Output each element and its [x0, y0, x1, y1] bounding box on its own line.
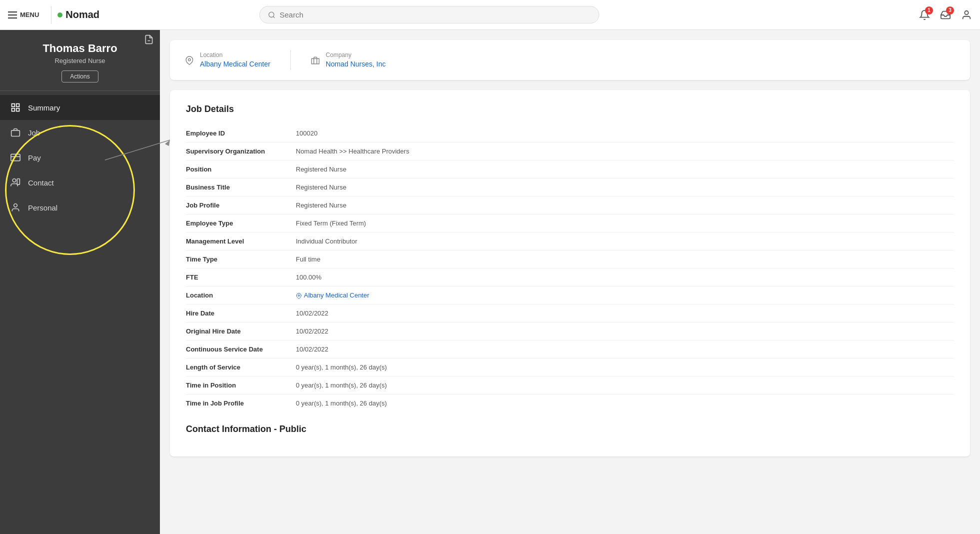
search-icon — [268, 11, 275, 19]
location-divider — [290, 50, 291, 70]
detail-label: Position — [186, 166, 296, 173]
detail-value: Registered Nurse — [296, 184, 954, 191]
detail-row: Employee ID100020 — [186, 124, 954, 142]
company-label: Company — [326, 52, 386, 58]
inbox-button[interactable]: 3 — [940, 10, 951, 20]
logo-text: Nomad — [65, 9, 99, 20]
sidebar-item-job[interactable]: Job — [0, 120, 160, 145]
main-layout: Thomas Barro Registered Nurse Actions Su… — [0, 30, 980, 534]
detail-value: Registered Nurse — [296, 166, 954, 173]
sidebar-item-pay[interactable]: Pay — [0, 145, 160, 170]
detail-rows: Employee ID100020Supervisory Organizatio… — [186, 124, 954, 412]
detail-value: 100.00% — [296, 274, 954, 281]
detail-row: Business TitleRegistered Nurse — [186, 178, 954, 196]
personal-icon — [10, 202, 21, 213]
company-info: Company Nomad Nurses, Inc — [326, 52, 386, 68]
svg-rect-14 — [17, 179, 19, 185]
detail-value: Full time — [296, 256, 954, 263]
detail-value: Fixed Term (Fixed Term) — [296, 220, 954, 227]
nav-actions: 1 3 — [919, 10, 972, 20]
job-label: Job — [28, 128, 40, 137]
company-link[interactable]: Nomad Nurses, Inc — [326, 60, 386, 68]
bell-badge: 1 — [925, 6, 933, 14]
search-input[interactable] — [279, 10, 591, 19]
detail-row: Length of Service0 year(s), 1 month(s), … — [186, 358, 954, 376]
detail-label: Management Level — [186, 238, 296, 245]
detail-label: Employee Type — [186, 220, 296, 227]
detail-value: Nomad Health >> Healthcare Providers — [296, 148, 954, 155]
inbox-badge: 3 — [946, 6, 954, 14]
pay-label: Pay — [28, 154, 41, 162]
summary-icon — [10, 102, 21, 113]
location-info: Location Albany Medical Center — [200, 52, 270, 68]
detail-value: 0 year(s), 1 month(s), 26 day(s) — [296, 400, 954, 407]
profile-button[interactable] — [961, 10, 972, 20]
pdf-button[interactable] — [144, 34, 154, 44]
hamburger-icon — [8, 12, 17, 18]
detail-row: Hire Date10/02/2022 — [186, 304, 954, 322]
contact-icon — [10, 177, 21, 188]
detail-label: Time in Job Profile — [186, 400, 296, 407]
user-role: Registered Nurse — [10, 57, 150, 64]
sidebar-nav: Summary Job Pay — [0, 91, 160, 224]
detail-value: Individual Contributor — [296, 238, 954, 245]
detail-row: Employee TypeFixed Term (Fixed Term) — [186, 214, 954, 232]
sidebar-item-contact[interactable]: Contact — [0, 170, 160, 195]
detail-value: 0 year(s), 1 month(s), 26 day(s) — [296, 364, 954, 371]
detail-row: Job ProfileRegistered Nurse — [186, 196, 954, 214]
sidebar-item-summary[interactable]: Summary — [0, 95, 160, 120]
svg-point-18 — [298, 294, 300, 296]
svg-rect-9 — [16, 108, 19, 112]
svg-rect-10 — [11, 130, 20, 136]
sidebar: Thomas Barro Registered Nurse Actions Su… — [0, 30, 160, 534]
notifications-button[interactable]: 1 — [919, 10, 930, 20]
menu-label: MENU — [20, 11, 39, 18]
detail-label: Hire Date — [186, 310, 296, 317]
svg-rect-11 — [11, 154, 20, 160]
nav-divider — [51, 6, 51, 24]
main-content: Location Albany Medical Center Company N… — [160, 30, 980, 534]
svg-point-0 — [269, 12, 274, 17]
company-icon — [311, 55, 320, 66]
svg-rect-17 — [311, 58, 319, 64]
user-icon — [961, 10, 972, 20]
menu-button[interactable]: MENU — [8, 11, 39, 18]
pdf-icon — [144, 34, 154, 44]
svg-rect-7 — [16, 104, 19, 107]
detail-row: Original Hire Date10/02/2022 — [186, 322, 954, 340]
detail-row: Management LevelIndividual Contributor — [186, 232, 954, 250]
svg-rect-6 — [12, 104, 15, 107]
detail-row: LocationAlbany Medical Center — [186, 286, 954, 304]
detail-value: Registered Nurse — [296, 202, 954, 209]
user-name: Thomas Barro — [10, 42, 150, 55]
detail-row: Supervisory OrganizationNomad Health >> … — [186, 142, 954, 160]
detail-label: Business Title — [186, 184, 296, 191]
detail-value: 100020 — [296, 130, 954, 137]
detail-row: Time in Job Profile0 year(s), 1 month(s)… — [186, 394, 954, 412]
detail-value[interactable]: Albany Medical Center — [296, 292, 954, 299]
svg-point-15 — [14, 204, 17, 208]
location-label: Location — [200, 52, 270, 58]
detail-row: PositionRegistered Nurse — [186, 160, 954, 178]
logo: Nomad — [57, 9, 99, 20]
pay-icon — [10, 152, 21, 163]
detail-label: Length of Service — [186, 364, 296, 371]
svg-rect-8 — [12, 108, 15, 112]
contact-label: Contact — [28, 178, 54, 187]
job-icon — [10, 127, 21, 138]
search-bar[interactable] — [259, 6, 599, 24]
personal-label: Personal — [28, 204, 57, 212]
detail-label: Supervisory Organization — [186, 148, 296, 155]
svg-point-2 — [965, 10, 968, 14]
detail-value: 10/02/2022 — [296, 328, 954, 335]
detail-label: Continuous Service Date — [186, 346, 296, 353]
location-value-icon — [296, 293, 302, 299]
location-pin-icon — [185, 55, 194, 66]
top-navigation: MENU Nomad 1 3 — [0, 0, 980, 30]
actions-button[interactable]: Actions — [61, 70, 98, 82]
detail-row: Time in Position0 year(s), 1 month(s), 2… — [186, 376, 954, 394]
company-item: Company Nomad Nurses, Inc — [311, 52, 386, 68]
location-link[interactable]: Albany Medical Center — [200, 60, 270, 68]
detail-row: Time TypeFull time — [186, 250, 954, 268]
sidebar-item-personal[interactable]: Personal — [0, 195, 160, 220]
